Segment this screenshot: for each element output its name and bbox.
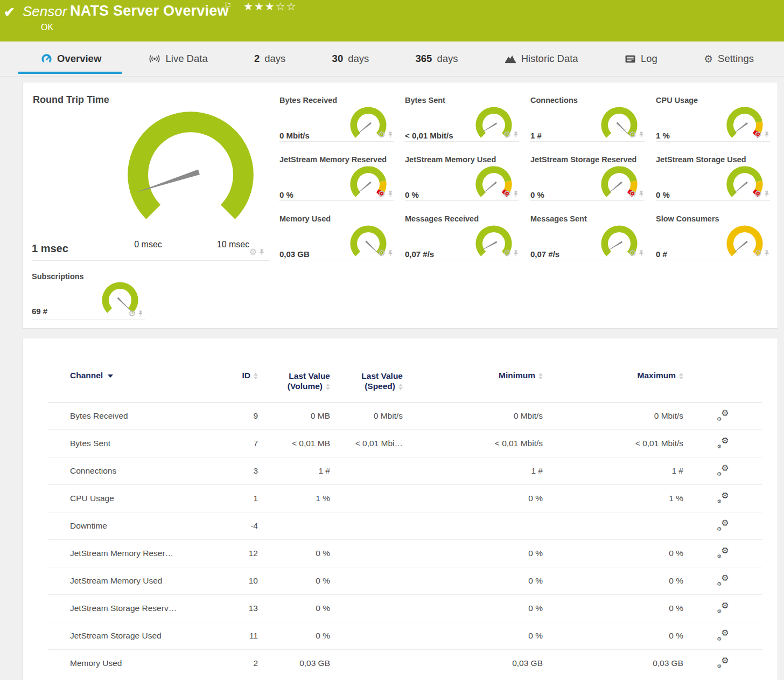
column-header-last-volume[interactable]: Last Value(Volume) [258, 366, 330, 403]
prtg-sensor-page: { "colors": { "header_green": "#a9be18",… [0, 0, 784, 680]
priority-stars[interactable]: ★★★☆☆ [243, 0, 297, 13]
tab-label: Log [641, 53, 657, 65]
sort-caret-icon[interactable] [108, 374, 113, 378]
gauge-actions: ⚙ [754, 190, 770, 198]
pin-icon[interactable] [638, 190, 645, 198]
cell-last-volume: 0 MB [258, 403, 330, 430]
flag-icon[interactable]: ⚐ [224, 1, 232, 11]
pin-icon[interactable] [764, 190, 770, 198]
gauge-value: 0,07 #/s [405, 249, 434, 259]
gear-icon[interactable]: ⚙ [503, 190, 511, 198]
sensor-status-text: OK [41, 23, 53, 32]
tab-settings[interactable]: ⚙ Settings [704, 53, 754, 65]
gauge-title: JetStream Memory Used [405, 155, 496, 164]
gear-icon[interactable]: ⚙ [249, 248, 257, 256]
gear-icon[interactable]: ⚙ [754, 249, 762, 257]
pin-icon[interactable] [513, 131, 519, 138]
tab-historic-data[interactable]: Historic Data [505, 53, 578, 65]
channel-settings-gears-icon[interactable]: ⚙⚙ [717, 547, 729, 558]
gear-icon[interactable]: ⚙ [754, 131, 762, 138]
tab-365-days[interactable]: 365 days [416, 53, 458, 65]
channel-settings-gears-icon[interactable]: ⚙⚙ [717, 410, 729, 420]
channel-settings-gears-icon[interactable]: ⚙⚙ [717, 437, 729, 448]
cell-last-speed [330, 485, 403, 512]
gauge-card: Memory Used 0,03 GB ⚙ [276, 201, 401, 260]
gauges-panel: Round Trip Time 0 msec 10 msec 1 msec ⚙ … [22, 82, 778, 329]
cell-channel: Memory Used [48, 650, 204, 677]
gear-icon[interactable]: ⚙ [629, 190, 636, 198]
channel-settings-gears-icon[interactable]: ⚙⚙ [717, 602, 729, 613]
column-header-actions [683, 366, 762, 403]
gear-icon[interactable]: ⚙ [503, 249, 511, 257]
column-header-last-speed[interactable]: Last Value(Speed) [330, 366, 403, 403]
divider [405, 260, 519, 260]
tab-log[interactable]: Log [625, 53, 657, 65]
gear-icon[interactable]: ⚙ [503, 131, 511, 138]
pin-icon[interactable] [638, 249, 645, 257]
cell-maximum: 0 % [543, 622, 683, 650]
gauge-actions: ⚙ [754, 131, 770, 138]
gauge-actions: ⚙ [629, 190, 645, 198]
pin-icon[interactable] [764, 249, 770, 257]
channel-settings-gears-icon[interactable]: ⚙⚙ [717, 574, 729, 585]
gauge-value: 0,07 #/s [530, 249, 559, 259]
tab-30-days[interactable]: 30 days [332, 53, 369, 65]
sort-icon[interactable] [326, 384, 330, 390]
pin-icon[interactable] [513, 190, 519, 198]
gauge-title: Bytes Received [279, 96, 337, 105]
sort-icon[interactable] [538, 373, 543, 379]
channel-settings-gears-icon[interactable]: ⚙⚙ [717, 657, 729, 668]
gear-icon[interactable]: ⚙ [378, 249, 386, 257]
pin-icon[interactable] [764, 131, 770, 138]
gauge-title: Slow Consumers [656, 214, 719, 223]
gear-icon[interactable]: ⚙ [629, 131, 636, 138]
gear-icon[interactable]: ⚙ [128, 310, 136, 317]
sort-icon[interactable] [679, 373, 683, 379]
pin-icon[interactable] [387, 131, 394, 138]
column-header-channel[interactable]: Channel [48, 366, 204, 403]
table-row: JetStream Storage Reserv… 13 0 % 0 % 0 %… [48, 595, 762, 622]
channels-table: Channel ID Last Value(Volume) Last Value… [48, 366, 762, 677]
column-header-maximum[interactable]: Maximum [543, 366, 683, 403]
cell-id: -4 [204, 512, 258, 540]
gear-icon[interactable]: ⚙ [378, 190, 386, 198]
gauge-card: Slow Consumers 0 # ⚙ [652, 201, 778, 260]
gauge-value: 69 # [32, 307, 47, 316]
sort-icon[interactable] [254, 373, 258, 379]
pin-icon[interactable] [387, 249, 394, 257]
gauge-actions: ⚙ [503, 249, 519, 257]
cell-minimum: 0 Mbit/s [403, 403, 543, 430]
pin-icon[interactable] [387, 190, 394, 198]
pin-icon[interactable] [513, 249, 519, 257]
gear-icon[interactable]: ⚙ [378, 131, 386, 138]
pin-icon[interactable] [137, 310, 144, 317]
tab-live-data[interactable]: Live Data [148, 53, 208, 65]
gauge-card: CPU Usage 1 % ⚙ [652, 82, 778, 142]
tab-label: Settings [718, 53, 754, 65]
gauge-title: Bytes Sent [405, 96, 445, 105]
channel-settings-gears-icon[interactable]: ⚙⚙ [717, 464, 729, 475]
channel-settings-gears-icon[interactable]: ⚙⚙ [717, 492, 729, 503]
ok-check-icon: ✔ [4, 4, 15, 20]
gauge-value: 0 % [530, 190, 544, 199]
gauge-value: 0,03 GB [279, 249, 310, 259]
sensor-kind-label: Sensor [23, 3, 67, 20]
gear-icon[interactable]: ⚙ [754, 190, 762, 198]
gauge-actions: ⚙ [754, 249, 770, 257]
table-row: Memory Used 2 0,03 GB 0,03 GB 0,03 GB ⚙⚙ [48, 650, 762, 677]
column-header-minimum[interactable]: Minimum [403, 366, 543, 403]
gauge-actions: ⚙ [378, 131, 394, 138]
cell-last-volume: < 0,01 MB [258, 430, 330, 457]
gauge-card: Bytes Sent < 0,01 Mbit/s ⚙ [401, 82, 527, 142]
sort-icon[interactable] [398, 384, 403, 390]
column-header-id[interactable]: ID [204, 366, 258, 403]
channel-settings-gears-icon[interactable]: ⚙⚙ [717, 629, 729, 640]
tab-overview[interactable]: Overview [41, 53, 101, 65]
pin-icon[interactable] [258, 248, 265, 256]
tab-2-days[interactable]: 2 days [254, 53, 285, 65]
gauge-title: JetStream Memory Reserved [279, 155, 387, 164]
gear-icon[interactable]: ⚙ [629, 249, 636, 257]
channel-settings-gears-icon[interactable]: ⚙⚙ [717, 519, 729, 530]
pin-icon[interactable] [638, 131, 645, 138]
gauge-title: Memory Used [279, 214, 331, 223]
